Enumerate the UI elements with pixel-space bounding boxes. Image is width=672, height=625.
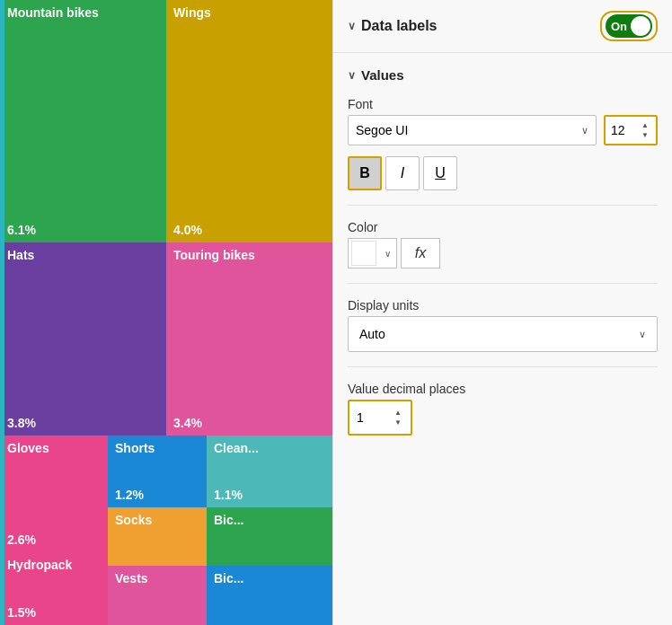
bold-button[interactable]: B <box>348 156 382 190</box>
treemap-value-touring-bikes: 3.4% <box>173 416 325 430</box>
font-family-value: Segoe UI <box>356 123 408 137</box>
treemap-cell-hats: Hats3.8% <box>0 242 166 436</box>
decimal-up[interactable]: ▲ <box>393 409 403 418</box>
divider-3 <box>348 366 658 367</box>
treemap-value-hydropack: 1.5% <box>7 605 101 620</box>
treemap-cell-mountain-bikes: Mountain bikes6.1% <box>0 0 166 242</box>
treemap-label-bicycles1: Bic... <box>214 513 325 527</box>
treemap-label-cleaning: Clean... <box>214 441 325 455</box>
color-field: Color ∨ fx <box>348 220 658 268</box>
data-labels-label: Data labels <box>361 18 437 34</box>
fx-label: fx <box>415 245 426 261</box>
treemap-value-gloves: 2.6% <box>7 533 101 547</box>
decimal-value: 1 <box>357 410 364 425</box>
data-labels-chevron[interactable]: ∨ <box>348 20 356 32</box>
data-labels-section-header: ∨ Data labels On <box>333 0 672 53</box>
text-style-row: B I U <box>348 156 658 190</box>
display-units-field: Display units Auto ∨ <box>348 298 658 352</box>
font-label: Font <box>348 97 658 111</box>
display-units-arrow: ∨ <box>639 329 646 340</box>
treemap-label-wings: Wings <box>173 5 325 20</box>
values-section: ∨ Values Font Segoe UI ∨ 12 ▲ ▼ <box>333 53 672 450</box>
treemap-label-shorts: Shorts <box>115 441 199 455</box>
treemap-label-hats: Hats <box>7 248 159 262</box>
font-family-select[interactable]: Segoe UI ∨ <box>348 115 597 145</box>
color-picker[interactable]: ∨ <box>348 238 397 268</box>
data-labels-toggle[interactable]: On <box>606 14 652 38</box>
values-chevron[interactable]: ∨ <box>348 69 356 82</box>
color-swatch <box>351 241 376 266</box>
toggle-on-label: On <box>611 20 627 33</box>
color-label: Color <box>348 220 658 234</box>
treemap-label-bicycles2: Bic... <box>214 571 325 585</box>
treemap-value-hats: 3.8% <box>7 416 159 430</box>
treemap-value-mountain-bikes: 6.1% <box>7 223 159 237</box>
treemap-cell-touring-bikes: Touring bikes3.4% <box>166 242 332 436</box>
treemap-label-touring-bikes: Touring bikes <box>173 248 325 262</box>
decimal-down[interactable]: ▼ <box>393 418 403 427</box>
treemap-label-gloves: Gloves <box>7 441 101 455</box>
data-labels-title: ∨ Data labels <box>348 18 437 34</box>
font-field: Font Segoe UI ∨ 12 ▲ ▼ <box>348 97 658 145</box>
color-row: ∨ fx <box>348 238 658 268</box>
font-row: Segoe UI ∨ 12 ▲ ▼ <box>348 115 658 145</box>
underline-label: U <box>435 165 446 181</box>
bold-label: B <box>359 165 370 181</box>
font-size-value: 12 <box>611 123 625 137</box>
color-chevron: ∨ <box>379 249 396 259</box>
treemap-cell-vests: Vests <box>108 566 207 625</box>
display-units-label: Display units <box>348 298 658 312</box>
treemap-label-socks: Socks <box>115 513 199 527</box>
treemap-cell-bicycles2: Bic... <box>207 566 332 625</box>
underline-button[interactable]: U <box>423 156 457 190</box>
treemap-value-cleaning: 1.1% <box>214 488 325 502</box>
font-size-input[interactable]: 12 ▲ ▼ <box>604 115 658 145</box>
decimal-places-input[interactable]: 1 ▲ ▼ <box>348 400 412 436</box>
display-units-value: Auto <box>359 327 385 341</box>
data-labels-toggle-container: On <box>600 11 658 41</box>
font-size-up[interactable]: ▲ <box>640 121 650 130</box>
divider-1 <box>348 205 658 206</box>
treemap-cell-hydropack: Hydropack1.5% <box>0 552 108 625</box>
treemap-label-mountain-bikes: Mountain bikes <box>7 5 159 20</box>
values-title-label: Values <box>361 67 404 83</box>
font-family-arrow: ∨ <box>581 125 588 136</box>
settings-panel: ∨ Data labels On ∨ Values Font Segoe UI … <box>332 0 672 625</box>
decimal-places-label: Value decimal places <box>348 382 658 396</box>
treemap-value-wings: 4.0% <box>173 223 325 237</box>
treemap-chart: Mountain bikes6.1%Wings4.0%Hats3.8%Touri… <box>0 0 332 625</box>
toggle-knob <box>631 16 650 36</box>
decimal-spinners: ▲ ▼ <box>393 409 403 427</box>
treemap-cell-gloves: Gloves2.6% <box>0 436 108 552</box>
treemap-cell-cleaning: Clean...1.1% <box>207 436 332 507</box>
font-size-spinners: ▲ ▼ <box>640 121 650 140</box>
treemap-value-shorts: 1.2% <box>115 488 199 502</box>
decimal-places-field: Value decimal places 1 ▲ ▼ <box>348 382 658 436</box>
divider-2 <box>348 283 658 284</box>
values-subsection-header: ∨ Values <box>348 67 658 83</box>
treemap-cell-shorts: Shorts1.2% <box>108 436 207 507</box>
treemap-cell-bicycles1: Bic... <box>207 507 332 566</box>
treemap-cell-socks: Socks <box>108 507 207 566</box>
treemap-cell-wings: Wings4.0% <box>166 0 332 242</box>
treemap-label-vests: Vests <box>115 571 199 585</box>
display-units-select[interactable]: Auto ∨ <box>348 316 658 352</box>
color-fx-button[interactable]: fx <box>401 238 440 268</box>
italic-label: I <box>401 165 404 181</box>
italic-button[interactable]: I <box>385 156 420 190</box>
treemap-label-hydropack: Hydropack <box>7 558 101 572</box>
font-size-down[interactable]: ▼ <box>640 131 650 140</box>
